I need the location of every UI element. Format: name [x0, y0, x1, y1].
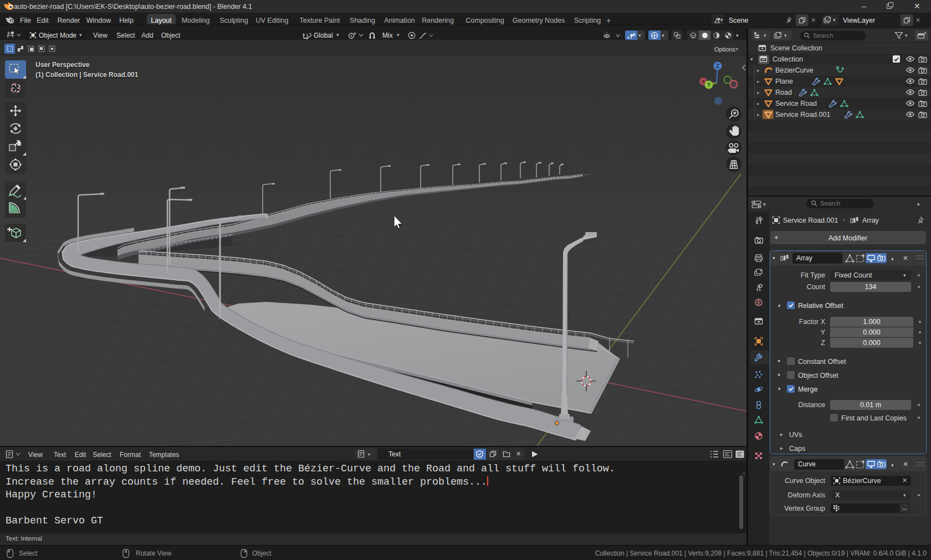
svg-text:Y: Y: [707, 82, 711, 88]
svg-text:Z: Z: [716, 63, 719, 69]
svg-text:X: X: [702, 78, 705, 84]
